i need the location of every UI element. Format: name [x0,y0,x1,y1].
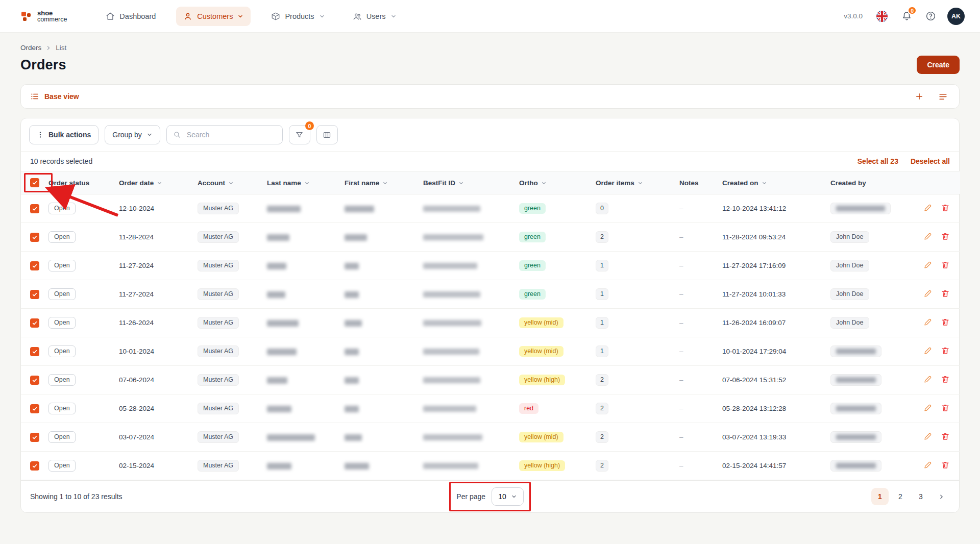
select-all-link[interactable]: Select all 23 [857,157,898,165]
page-1-button[interactable]: 1 [871,488,889,505]
edit-button[interactable] [922,345,934,356]
language-flag-button[interactable] [874,8,890,24]
ortho-badge: yellow (mid) [519,346,564,357]
column-header[interactable]: Order items [592,171,675,194]
notifications-button[interactable]: 0 [899,9,914,23]
edit-button[interactable] [922,259,934,270]
edit-button[interactable] [922,459,934,471]
column-header[interactable]: Last name [263,171,340,194]
brand-logo[interactable]: shoe commerce [20,10,67,22]
edit-button[interactable] [922,431,934,442]
created-by-badge: John Doe [830,231,869,243]
order-status-badge: Open [48,374,76,386]
edit-button[interactable] [922,202,934,213]
nav-item-customers[interactable]: Customers [176,7,251,26]
columns-button[interactable] [316,125,338,144]
created-by-badge: John Doe [830,317,869,329]
nav-item-users[interactable]: Users [346,7,404,26]
chevron-down-icon [237,13,243,19]
check-icon [32,320,38,326]
column-header[interactable]: Account [193,171,263,194]
add-view-button[interactable] [913,90,926,103]
delete-button[interactable] [940,374,951,385]
column-header[interactable]: Order date [115,171,193,194]
title-row: Orders Create [20,56,960,74]
order-date: 12-10-2024 [119,205,154,212]
redacted-first-name [345,406,359,412]
row-checkbox[interactable] [30,290,39,299]
page-2-button[interactable]: 2 [892,488,909,505]
edit-button[interactable] [922,374,934,385]
views-menu-button[interactable] [936,90,950,104]
delete-button[interactable] [940,459,951,471]
edit-icon [923,260,933,269]
pagination: 1 2 3 [524,488,950,505]
table-row: Open11-26-2024Muster AGyellow (mid)1–11-… [21,309,960,337]
per-page-select[interactable]: 10 [492,487,524,506]
uk-flag-icon [876,10,888,22]
column-header[interactable]: Ortho [515,171,592,194]
bulk-actions-button[interactable]: Bulk actions [29,125,99,144]
brand-line1: shoe [37,10,67,16]
breadcrumb-list[interactable]: List [56,44,66,52]
check-icon [32,234,38,240]
row-checkbox[interactable] [30,233,39,242]
page-3-button[interactable]: 3 [912,488,929,505]
created-by-badge-redacted [830,203,891,214]
row-checkbox[interactable] [30,318,39,328]
column-header[interactable]: First name [340,171,419,194]
base-view-button[interactable]: Base view [30,92,79,101]
delete-button[interactable] [940,431,951,442]
column-header[interactable]: Created on [718,171,826,194]
view-bar: Base view [20,84,960,109]
delete-button[interactable] [940,259,951,270]
edit-icon [923,403,933,412]
order-status-badge: Open [48,345,76,357]
edit-button[interactable] [922,231,934,242]
breadcrumb-orders[interactable]: Orders [20,44,41,52]
next-page-button[interactable] [933,488,950,505]
sort-icon [638,180,643,186]
delete-button[interactable] [940,316,951,328]
column-label: Notes [679,179,699,187]
chevron-down-icon [319,13,325,19]
home-icon [106,12,115,21]
delete-button[interactable] [940,231,951,242]
filter-button[interactable]: 0 [289,125,310,144]
row-checkbox[interactable] [30,204,39,213]
redacted-bestfit-id [423,320,481,326]
column-header[interactable]: BestFit ID [419,171,515,194]
create-button[interactable]: Create [917,56,960,74]
edit-button[interactable] [922,288,934,299]
created-by-badge-redacted [830,374,881,386]
row-checkbox[interactable] [30,347,39,356]
delete-button[interactable] [940,202,951,213]
group-by-dropdown[interactable]: Group by [105,125,160,144]
row-checkbox[interactable] [30,461,39,471]
row-checkbox[interactable] [30,261,39,270]
table-row: Open07-06-2024Muster AGyellow (high)2–07… [21,366,960,394]
delete-button[interactable] [940,288,951,299]
avatar[interactable]: AK [947,8,965,25]
row-checkbox[interactable] [30,376,39,385]
select-all-checkbox[interactable] [30,178,39,187]
edit-button[interactable] [922,402,934,413]
edit-button[interactable] [922,316,934,328]
nav-item-dashboard[interactable]: Dashboard [99,7,163,26]
search-input[interactable] [186,130,276,139]
column-label: Ortho [519,179,538,187]
created-by-badge-redacted [830,431,881,443]
deselect-all-link[interactable]: Deselect all [911,157,950,165]
delete-button[interactable] [940,402,951,413]
table-header-row: Order statusOrder dateAccountLast nameFi… [21,171,960,194]
brand-line2: commerce [37,16,67,22]
order-date: 03-07-2024 [119,433,154,441]
delete-button[interactable] [940,345,951,356]
row-checkbox[interactable] [30,433,39,442]
edit-icon [923,346,933,355]
order-status-badge: Open [48,231,76,243]
help-button[interactable] [923,9,938,23]
nav-item-products[interactable]: Products [264,7,332,26]
row-checkbox[interactable] [30,404,39,413]
column-label: Account [198,179,225,187]
